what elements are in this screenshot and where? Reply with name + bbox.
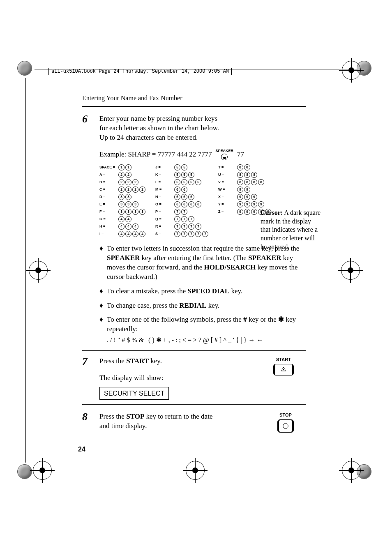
chart-row: H =444 bbox=[99, 223, 145, 230]
number-key-icon: 3 bbox=[132, 201, 138, 207]
chart-row: P =77 bbox=[155, 209, 208, 215]
number-key-icon: 1 bbox=[125, 164, 131, 170]
number-key-icon: 5 bbox=[181, 179, 187, 185]
chart-row: E =333 bbox=[99, 201, 145, 207]
cursor-note-bold: Cursor: bbox=[261, 209, 283, 216]
number-key-icon: 8 bbox=[244, 172, 250, 178]
number-key-icon: 8 bbox=[251, 179, 257, 185]
number-key-icon: 9 bbox=[244, 194, 250, 200]
chart-row: J =55 bbox=[155, 164, 208, 170]
number-key-icon: 3 bbox=[118, 201, 125, 207]
chart-row: D =33 bbox=[99, 194, 145, 200]
chart-row-label: F = bbox=[99, 210, 118, 214]
regmark-cross bbox=[186, 461, 205, 480]
start-button-icon: START bbox=[273, 357, 306, 375]
number-key-icon: 8 bbox=[251, 172, 257, 178]
number-key-icon: 8 bbox=[258, 179, 264, 185]
section-title: Entering Your Name and Fax Number bbox=[82, 94, 306, 102]
number-key-icon: 5 bbox=[174, 164, 180, 170]
number-key-icon: 6 bbox=[174, 194, 180, 200]
number-key-icon: 2 bbox=[125, 179, 131, 185]
number-key-icon: 2 bbox=[139, 187, 145, 193]
number-key-icon: 9 bbox=[237, 187, 243, 193]
bullet-list: ♦To enter two letters in succession that… bbox=[82, 244, 306, 345]
bullet-text: To enter one of the following symbols, p… bbox=[107, 315, 306, 344]
number-key-icon: 5 bbox=[181, 172, 187, 178]
number-key-icon: 9 bbox=[244, 201, 250, 207]
number-key-icon: 5 bbox=[174, 172, 180, 178]
number-key-icon: 6 bbox=[174, 187, 180, 193]
bullet-item: ♦To enter one of the following symbols, … bbox=[99, 315, 306, 344]
chart-row-label: X = bbox=[218, 195, 236, 199]
stop-key-shape-icon bbox=[277, 419, 294, 433]
rule bbox=[82, 350, 306, 351]
number-key-icon: 3 bbox=[125, 201, 131, 207]
number-key-icon: 8 bbox=[237, 172, 243, 178]
frame-line bbox=[25, 78, 26, 463]
number-key-icon: 7 bbox=[188, 216, 194, 222]
number-key-icon: 4 bbox=[132, 231, 138, 237]
example-prefix: Example: SHARP = 77777 444 22 7777 bbox=[99, 150, 212, 159]
chart-row: W =99 bbox=[218, 187, 271, 193]
number-key-icon: 2 bbox=[132, 179, 138, 185]
number-key-icon: 7 bbox=[174, 231, 180, 237]
number-key-icon: 7 bbox=[188, 231, 194, 237]
number-key-icon: 5 bbox=[195, 179, 201, 185]
speaker-label: SPEAKER bbox=[215, 149, 233, 153]
regmark-cross bbox=[29, 261, 48, 280]
chart-row: V =8888 bbox=[218, 179, 271, 185]
number-key-icon: 4 bbox=[118, 223, 125, 230]
regmark-cross bbox=[342, 61, 361, 80]
chart-row-label: D = bbox=[99, 195, 118, 199]
step-8: 8 Press the STOP key to return to the da… bbox=[82, 412, 306, 433]
bullet-marker-icon: ♦ bbox=[99, 244, 107, 282]
key-chart: Cursor: A dark square mark in the displa… bbox=[99, 164, 306, 238]
number-key-icon: 8 bbox=[244, 179, 250, 185]
number-key-icon: 2 bbox=[125, 172, 131, 178]
bullet-marker-icon: ♦ bbox=[99, 301, 107, 311]
chart-row: F =3333 bbox=[99, 209, 145, 215]
stop-label: STOP bbox=[279, 412, 292, 418]
number-key-icon: 5 bbox=[181, 164, 187, 170]
svg-marker-0 bbox=[281, 367, 286, 371]
chart-row-label: T = bbox=[218, 165, 236, 169]
start-label: START bbox=[276, 357, 291, 363]
chart-row: A =22 bbox=[99, 172, 145, 178]
chart-row-label: S = bbox=[155, 232, 173, 236]
chart-row-label: M = bbox=[155, 187, 173, 191]
chart-row-label: G = bbox=[99, 217, 118, 221]
number-key-icon: 4 bbox=[118, 231, 125, 237]
number-key-icon: 9 bbox=[237, 209, 243, 215]
number-key-icon: 5 bbox=[188, 172, 194, 178]
number-key-icon: 7 bbox=[181, 223, 187, 230]
chart-row-label: I = bbox=[99, 232, 118, 236]
number-key-icon: 4 bbox=[125, 231, 131, 237]
number-key-icon: 7 bbox=[202, 231, 208, 237]
chart-column: J =55K =555L =5555M =66N =666O =6666P =7… bbox=[155, 164, 208, 238]
number-key-icon: 5 bbox=[174, 179, 180, 185]
book-header: all-ux510A.book Page 24 Thursday, Septem… bbox=[48, 68, 232, 75]
text: Press the bbox=[99, 412, 126, 420]
regmark-cross bbox=[341, 261, 360, 280]
svg-marker-2 bbox=[283, 424, 288, 428]
number-key-icon: 2 bbox=[125, 187, 131, 193]
step-7: 7 Press the START key. The display will … bbox=[82, 357, 306, 400]
number-key-icon: 6 bbox=[188, 201, 194, 207]
number-key-icon: 2 bbox=[118, 187, 125, 193]
chart-row-label: P = bbox=[155, 210, 173, 214]
chart-row-label: E = bbox=[99, 202, 118, 206]
number-key-icon: 7 bbox=[195, 223, 201, 230]
chart-row: L =5555 bbox=[155, 179, 208, 185]
chart-row: Q =777 bbox=[155, 216, 208, 222]
number-key-icon: 7 bbox=[181, 216, 187, 222]
number-key-icon: 3 bbox=[132, 209, 138, 215]
start-key-shape-icon bbox=[273, 364, 294, 375]
chart-row: C =2222 bbox=[99, 187, 145, 193]
chart-row: S =77777 bbox=[155, 231, 208, 237]
regmark-cross bbox=[33, 461, 52, 480]
regmark-corner bbox=[17, 61, 32, 76]
chart-row: Y =9999 bbox=[218, 201, 271, 207]
chart-row: N =666 bbox=[155, 194, 208, 200]
chart-row: O =6666 bbox=[155, 201, 208, 207]
symbols-line: . / ! " # $ % & ' ( ) ✱ + , - : ; < = > … bbox=[107, 336, 306, 345]
